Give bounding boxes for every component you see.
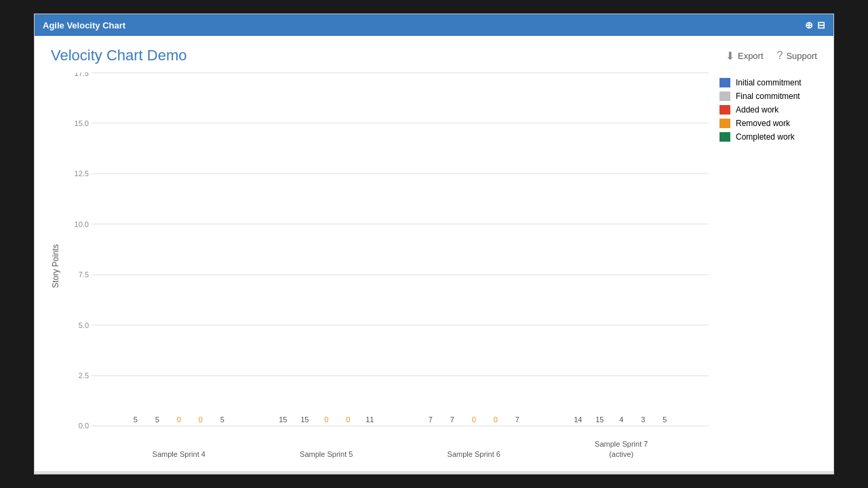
y-tick: 17.5 (67, 73, 89, 77)
content-area: Velocity Chart Demo ⬇ Export ? Support S… (35, 36, 833, 471)
legend-item-initial: Initial commitment (719, 78, 806, 87)
chart-inner: 17.5 15.0 12.5 10.0 7.5 5.0 2.5 0.0 5500… (64, 73, 817, 460)
sprint-label: Sample Sprint 5 (300, 449, 353, 459)
bar-label: 0 (346, 415, 350, 424)
sprint-label: Sample Sprint 7(active) (595, 439, 648, 459)
sprint-group: 15150011Sample Sprint 5 (253, 73, 401, 426)
y-tick: 7.5 (67, 270, 89, 279)
y-tick: 2.5 (67, 371, 89, 380)
bar-label: 0 (199, 415, 203, 424)
header-row: Velocity Chart Demo ⬇ Export ? Support (51, 47, 817, 64)
sprint-bars: 55005 (105, 73, 253, 426)
bar-label: 5 (663, 415, 667, 424)
bar-label: 15 (595, 415, 604, 424)
legend-color-final (719, 92, 730, 101)
bar-label: 15 (300, 415, 309, 424)
sprint-bars: 77007 (400, 73, 548, 426)
legend-color-removed (719, 119, 730, 128)
support-button[interactable]: ? Support (777, 49, 817, 62)
bottom-border (35, 471, 833, 474)
titlebar: Agile Velocity Chart ⊕ ⊟ (35, 14, 833, 36)
bar-label: 15 (279, 415, 287, 424)
support-label: Support (786, 51, 817, 61)
legend-label-final: Final commitment (736, 92, 800, 101)
sprint-label: Sample Sprint 6 (448, 449, 500, 459)
bar-label: 0 (494, 415, 498, 424)
sprint-bars: 1415435 (548, 73, 696, 426)
sprint-group: 77007Sample Sprint 6 (400, 73, 548, 426)
legend-color-initial (719, 78, 730, 87)
sprint-label: Sample Sprint 4 (153, 449, 205, 459)
bar-label: 3 (641, 415, 645, 424)
legend: Initial commitment Final commitment Adde… (709, 73, 817, 460)
bar-label: 7 (450, 415, 454, 424)
bar-label: 0 (177, 415, 181, 424)
legend-label-added: Added work (736, 105, 778, 115)
export-icon: ⬇ (726, 49, 734, 62)
y-tick: 10.0 (67, 220, 89, 228)
bar-label: 5 (155, 415, 159, 424)
legend-color-completed (719, 132, 730, 142)
legend-label-initial: Initial commitment (736, 78, 802, 87)
legend-item-final: Final commitment (719, 92, 806, 101)
legend-item-added: Added work (719, 105, 806, 115)
y-axis-label: Story Points (51, 73, 60, 460)
chart-canvas: 17.5 15.0 12.5 10.0 7.5 5.0 2.5 0.0 5500… (64, 73, 709, 460)
support-icon: ? (777, 49, 783, 62)
bars-container: 55005Sample Sprint 415150011Sample Sprin… (92, 73, 709, 426)
y-tick: 0.0 (67, 422, 89, 430)
bar-label: 5 (134, 415, 138, 424)
sprint-bars: 15150011 (253, 73, 401, 426)
page-title: Velocity Chart Demo (51, 47, 187, 64)
bar-label: 0 (472, 415, 476, 424)
bar-label: 4 (619, 415, 623, 424)
bar-label: 0 (324, 415, 328, 424)
y-tick: 15.0 (67, 119, 89, 127)
move-icon[interactable]: ⊕ (805, 20, 813, 30)
y-tick: 12.5 (67, 169, 89, 178)
minimize-icon[interactable]: ⊟ (817, 20, 825, 30)
titlebar-controls: ⊕ ⊟ (805, 20, 825, 30)
window-title: Agile Velocity Chart (43, 20, 125, 30)
bar-label: 7 (429, 415, 433, 424)
export-button[interactable]: ⬇ Export (726, 49, 764, 62)
legend-label-completed: Completed work (736, 132, 795, 142)
bar-label: 7 (515, 415, 519, 424)
export-label: Export (738, 51, 764, 61)
legend-color-added (719, 105, 730, 115)
bar-label: 11 (366, 415, 374, 424)
y-tick: 5.0 (67, 321, 89, 329)
sprint-group: 1415435Sample Sprint 7(active) (548, 73, 696, 426)
legend-label-removed: Removed work (736, 119, 790, 128)
bar-label: 14 (574, 415, 582, 424)
legend-item-completed: Completed work (719, 132, 806, 142)
main-window: Agile Velocity Chart ⊕ ⊟ Velocity Chart … (34, 14, 834, 474)
chart-with-legend: 17.5 15.0 12.5 10.0 7.5 5.0 2.5 0.0 5500… (64, 73, 817, 460)
sprint-group: 55005Sample Sprint 4 (105, 73, 253, 426)
bar-label: 5 (220, 415, 224, 424)
header-actions: ⬇ Export ? Support (726, 49, 817, 62)
legend-item-removed: Removed work (719, 119, 806, 128)
chart-area: Story Points 17.5 15.0 12.5 10.0 7.5 5.0… (51, 73, 817, 460)
